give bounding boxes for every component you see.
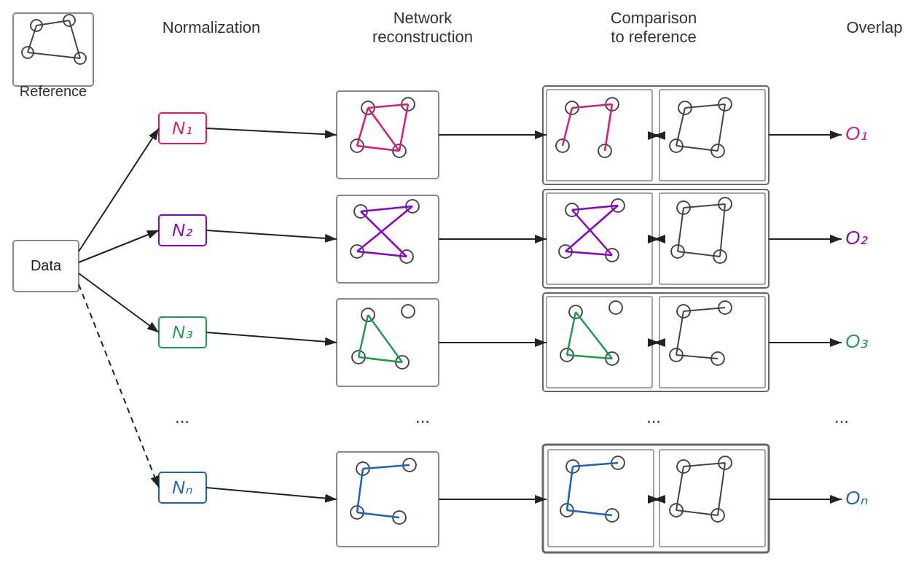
- comp-left-r1: [547, 90, 652, 181]
- n2-label: N₂: [172, 220, 192, 240]
- o1-label: O₁: [845, 122, 867, 144]
- reference-label: Reference: [20, 83, 87, 99]
- diagram-container: Normalization Network reconstruction Com…: [0, 0, 924, 570]
- header-to-reference: to reference: [611, 28, 696, 46]
- o2-label: O₂: [845, 227, 868, 249]
- dots-n-col: ...: [175, 407, 189, 426]
- header-reconstruction: reconstruction: [372, 28, 473, 46]
- data-label: Data: [31, 257, 62, 273]
- comp-right-r3: [659, 297, 765, 388]
- arrow-n2-recon: [206, 230, 337, 239]
- arrow-data-n3: [79, 273, 159, 332]
- comp-right-r1: [659, 90, 765, 181]
- on-label: Oₙ: [845, 487, 868, 509]
- arrow-nn-recon: [206, 488, 337, 499]
- comp-right-r2: [659, 193, 765, 284]
- dots-comp-col: ...: [646, 407, 661, 426]
- header-normalization: Normalization: [163, 18, 261, 36]
- r3-recon-n2: [402, 305, 415, 318]
- arrow-n1-recon: [206, 128, 337, 135]
- dots-recon-col: ...: [415, 407, 430, 426]
- nn-label: Nₙ: [172, 477, 192, 497]
- header-overlap: Overlap: [846, 18, 902, 36]
- dots-overlap-col: ...: [834, 407, 849, 426]
- arrow-data-n1: [79, 128, 159, 251]
- r3-comp-ln2: [609, 301, 622, 314]
- o3-label: O₃: [845, 330, 869, 352]
- header-comparison: Comparison: [611, 9, 697, 27]
- arrow-data-n2: [79, 230, 159, 262]
- arrow-n3-recon: [206, 332, 337, 343]
- n1-label: N₁: [172, 118, 192, 138]
- main-diagram-svg: Normalization Network reconstruction Com…: [0, 0, 924, 570]
- n3-label: N₃: [172, 322, 192, 342]
- header-network: Network: [394, 9, 453, 27]
- arrow-data-nn: [79, 284, 159, 488]
